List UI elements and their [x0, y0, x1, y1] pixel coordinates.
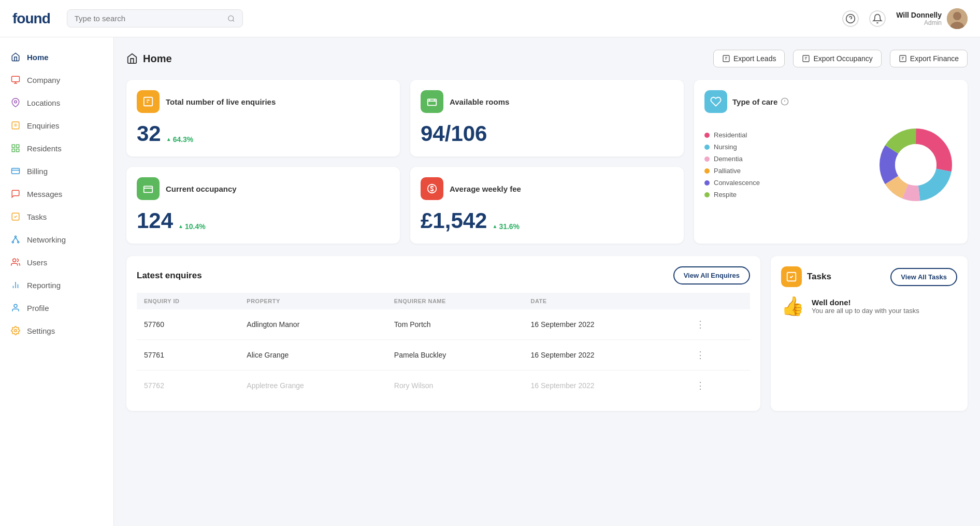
view-all-enquiries-button[interactable]: View All Enquires: [673, 266, 750, 285]
sidebar-item-label: Billing: [27, 167, 48, 176]
svg-point-0: [228, 16, 234, 21]
sidebar-item-label: Locations: [27, 98, 60, 107]
topbar: found Will Donnelly Admin: [0, 0, 980, 37]
toc-legend: Residential Nursing Dementia Pallia: [704, 131, 864, 198]
fee-value: £1,542 31.6%: [421, 208, 673, 233]
svg-line-25: [16, 237, 18, 241]
stat-card-live-enquiries: Total number of live enquiries 32 64.3%: [126, 80, 400, 157]
live-enquiries-badge: 64.3%: [166, 135, 194, 144]
col-actions: [684, 293, 750, 309]
export-finance-button[interactable]: Export Finance: [890, 50, 968, 67]
live-enquiries-value: 32 64.3%: [137, 121, 390, 146]
enquiries-header: Latest enquires View All Enquires: [137, 266, 750, 285]
networking-icon: [10, 234, 21, 245]
row-more-button[interactable]: ⋮: [691, 378, 709, 393]
legend-convalescence: Convalescence: [704, 179, 864, 187]
cell-id: 57762: [137, 371, 239, 401]
stat-card-occupancy: Current occupancy 124 10.4%: [126, 167, 400, 244]
svg-point-5: [953, 12, 961, 20]
sidebar-item-tasks[interactable]: Tasks: [0, 205, 113, 228]
logo: found: [12, 10, 50, 27]
sidebar-item-users[interactable]: Users: [0, 251, 113, 274]
export-occupancy-icon: [802, 54, 810, 63]
svg-rect-7: [12, 76, 20, 82]
cell-name: Rory Wilson: [387, 371, 524, 401]
sidebar-item-label: Enquiries: [27, 121, 60, 130]
home-icon: [10, 52, 21, 62]
tasks-icon: [10, 211, 21, 222]
sidebar-item-networking[interactable]: Networking: [0, 228, 113, 251]
sidebar-item-label: Profile: [27, 304, 49, 312]
tasks-done-title: Well done!: [812, 298, 919, 307]
sidebar-item-profile[interactable]: Profile: [0, 296, 113, 319]
page-title-area: Home: [126, 53, 172, 65]
tasks-card: Tasks View All Tasks 👍 Well done! You ar…: [771, 256, 968, 411]
view-all-tasks-button[interactable]: View All Tasks: [890, 268, 957, 286]
col-property: Property: [239, 293, 387, 309]
sidebar-item-home[interactable]: Home: [0, 46, 113, 68]
cell-id: 57760: [137, 309, 239, 340]
sidebar-item-messages[interactable]: Messages: [0, 182, 113, 205]
svg-point-10: [15, 101, 17, 103]
fee-icon: [421, 177, 443, 200]
cell-more[interactable]: ⋮: [684, 309, 750, 340]
export-finance-icon: [899, 54, 907, 63]
sidebar-item-label: Reporting: [27, 281, 61, 290]
stat-card-fee: Average weekly fee £1,542 31.6%: [410, 167, 684, 244]
available-rooms-value: 94/106: [421, 121, 673, 146]
export-actions: Export Leads Export Occupancy Export Fin…: [713, 50, 968, 67]
sidebar-item-billing[interactable]: Billing: [0, 160, 113, 182]
legend-nursing: Nursing: [704, 143, 864, 151]
tasks-header: Tasks View All Tasks: [781, 266, 957, 287]
legend-palliative: Palliative: [704, 167, 864, 175]
sidebar-item-label: Networking: [27, 235, 66, 244]
sidebar-item-label: Tasks: [27, 212, 47, 221]
sidebar-item-enquiries[interactable]: Enquiries: [0, 114, 113, 137]
search-icon: [227, 15, 235, 23]
sidebar-item-settings[interactable]: Settings: [0, 319, 113, 342]
messages-icon: [10, 189, 21, 199]
cell-property: Appletree Grange: [239, 371, 387, 401]
cell-more[interactable]: ⋮: [684, 340, 750, 371]
sidebar-item-label: Users: [27, 258, 47, 267]
live-enquiries-title: Total number of live enquiries: [166, 97, 276, 106]
live-enquiries-icon: [137, 90, 160, 113]
company-icon: [10, 75, 21, 85]
reporting-icon: [10, 280, 21, 290]
svg-rect-15: [17, 145, 19, 147]
toc-icon: [704, 90, 727, 113]
sidebar-item-reporting[interactable]: Reporting: [0, 274, 113, 296]
export-occupancy-button[interactable]: Export Occupancy: [793, 50, 881, 67]
user-role: Admin: [896, 19, 942, 26]
col-enquirer-name: Enquirer Name: [387, 293, 524, 309]
thumbs-up-icon: 👍: [781, 295, 804, 317]
available-rooms-icon: [421, 90, 443, 113]
cell-name: Tom Portch: [387, 309, 524, 340]
svg-rect-17: [17, 149, 19, 152]
cell-more[interactable]: ⋮: [684, 371, 750, 401]
sidebar-item-locations[interactable]: Locations: [0, 91, 113, 114]
locations-icon: [10, 97, 21, 108]
cell-name: Pamela Buckley: [387, 340, 524, 371]
row-more-button[interactable]: ⋮: [691, 317, 709, 332]
svg-rect-16: [12, 149, 15, 152]
tasks-done-sub: You are all up to day with your tasks: [812, 307, 919, 315]
notification-icon[interactable]: [869, 10, 886, 27]
sidebar-item-company[interactable]: Company: [0, 68, 113, 91]
sidebar-item-residents[interactable]: Residents: [0, 137, 113, 160]
cell-property: Alice Grange: [239, 340, 387, 371]
toc-title: Type of care: [732, 97, 789, 106]
main-content: Home Export Leads Export Occupancy Expor…: [114, 37, 980, 526]
page-title: Home: [143, 53, 172, 65]
svg-rect-56: [144, 186, 153, 192]
sidebar-item-label: Home: [27, 53, 49, 62]
svg-line-24: [13, 237, 16, 241]
enquiries-table: Enquiry ID Property Enquirer Name Date 5…: [137, 293, 750, 401]
help-icon[interactable]: [842, 10, 859, 27]
export-leads-button[interactable]: Export Leads: [713, 50, 785, 67]
occupancy-value: 124 10.4%: [137, 208, 390, 233]
row-more-button[interactable]: ⋮: [691, 347, 709, 363]
svg-point-21: [15, 236, 17, 237]
cell-date: 16 September 2022: [524, 340, 684, 371]
search-input[interactable]: [75, 14, 223, 23]
